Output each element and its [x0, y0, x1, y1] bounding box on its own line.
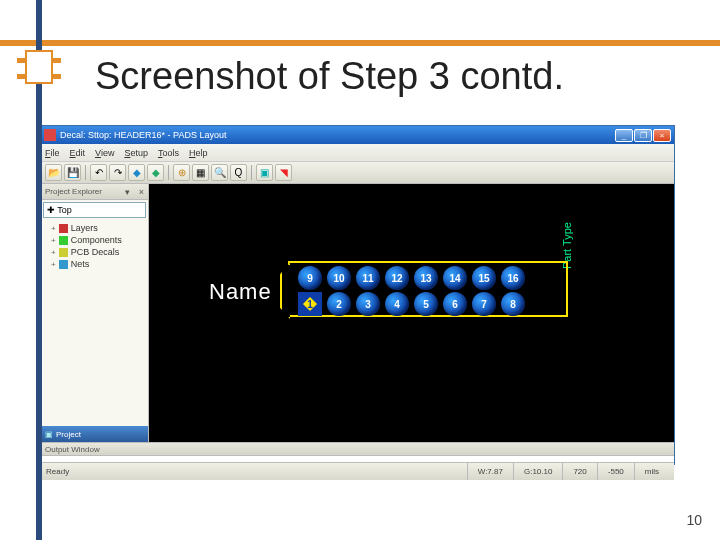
statusbar: Ready W:7.87 G:10.10 720 -550 mils — [41, 462, 674, 480]
pin-10[interactable]: 10 — [327, 266, 351, 290]
menu-help[interactable]: Help — [189, 148, 208, 158]
project-explorer-panel: Project Explorer ▾ × ✚ Top Layers Compon… — [41, 184, 149, 442]
toolbar-grid-icon[interactable]: ▦ — [192, 164, 209, 181]
output-window-header[interactable]: Output Window — [41, 442, 674, 456]
toolbar-search-icon[interactable]: 🔍 — [211, 164, 228, 181]
page-number: 10 — [686, 512, 702, 528]
toolbar-save-icon[interactable]: 💾 — [64, 164, 81, 181]
sidebar-tab-project[interactable]: Project — [41, 426, 148, 442]
status-grid: G:10.10 — [513, 463, 562, 480]
pin-9[interactable]: 9 — [298, 266, 322, 290]
menubar: File Edit View Setup Tools Help — [41, 144, 674, 162]
status-width: W:7.87 — [467, 463, 513, 480]
pin-1[interactable]: 1 — [298, 292, 322, 316]
pin-4[interactable]: 4 — [385, 292, 409, 316]
project-tree[interactable]: Layers Components PCB Decals Nets — [41, 220, 148, 272]
pin-5[interactable]: 5 — [414, 292, 438, 316]
pin-12[interactable]: 12 — [385, 266, 409, 290]
pin-16[interactable]: 16 — [501, 266, 525, 290]
minimize-button[interactable]: _ — [615, 129, 633, 142]
status-ready: Ready — [46, 467, 467, 476]
menu-setup[interactable]: Setup — [124, 148, 148, 158]
panel-close-icon[interactable]: × — [139, 187, 144, 197]
pin-7[interactable]: 7 — [472, 292, 496, 316]
pin-6[interactable]: 6 — [443, 292, 467, 316]
pads-layout-window: Decal: Sttop: HEADER16* - PADS Layout _ … — [40, 125, 675, 465]
pin-13[interactable]: 13 — [414, 266, 438, 290]
window-title: Decal: Sttop: HEADER16* - PADS Layout — [60, 130, 614, 140]
toolbar-btn2-icon[interactable]: ◆ — [147, 164, 164, 181]
toolbar-btn3-icon[interactable]: Q — [230, 164, 247, 181]
pin-3[interactable]: 3 — [356, 292, 380, 316]
pin-2[interactable]: 2 — [327, 292, 351, 316]
tree-item-nets[interactable]: Nets — [45, 258, 144, 270]
panel-options-icon[interactable]: ▾ — [125, 187, 130, 197]
menu-view[interactable]: View — [95, 148, 114, 158]
toolbar-flag-icon[interactable]: ◥ — [275, 164, 292, 181]
status-unit: mils — [634, 463, 669, 480]
pin-11[interactable]: 11 — [356, 266, 380, 290]
slide-title: Screenshot of Step 3 contd. — [95, 55, 564, 98]
tree-item-layers[interactable]: Layers — [45, 222, 144, 234]
tree-item-components[interactable]: Components — [45, 234, 144, 246]
pin-8[interactable]: 8 — [501, 292, 525, 316]
status-x: 720 — [562, 463, 596, 480]
design-canvas[interactable]: Name Part Type 16 15 14 13 12 11 10 9 1 — [149, 184, 674, 442]
pin-15[interactable]: 15 — [472, 266, 496, 290]
menu-file[interactable]: File — [45, 148, 60, 158]
tree-item-decals[interactable]: PCB Decals — [45, 246, 144, 258]
pin-14[interactable]: 14 — [443, 266, 467, 290]
toolbar-undo-icon[interactable]: ↶ — [90, 164, 107, 181]
toolbar-zoom-icon[interactable]: ⊕ — [173, 164, 190, 181]
close-button[interactable]: × — [653, 129, 671, 142]
sidebar-header: Project Explorer ▾ × — [41, 184, 148, 200]
toolbar-redo-icon[interactable]: ↷ — [109, 164, 126, 181]
header16-footprint[interactable]: 16 15 14 13 12 11 10 9 1 2 3 4 5 — [288, 261, 568, 317]
maximize-button[interactable]: ❐ — [634, 129, 652, 142]
name-label: Name — [209, 279, 272, 305]
status-y: -550 — [597, 463, 634, 480]
titlebar[interactable]: Decal: Sttop: HEADER16* - PADS Layout _ … — [41, 126, 674, 144]
menu-tools[interactable]: Tools — [158, 148, 179, 158]
app-icon — [44, 129, 56, 141]
toolbar-open-icon[interactable]: 📂 — [45, 164, 62, 181]
toolbar-btn-icon[interactable]: ◆ — [128, 164, 145, 181]
toolbar: 📂 💾 ↶ ↷ ◆ ◆ ⊕ ▦ 🔍 Q ▣ ◥ — [41, 162, 674, 184]
menu-edit[interactable]: Edit — [70, 148, 86, 158]
toolbar-layer-icon[interactable]: ▣ — [256, 164, 273, 181]
layer-selector[interactable]: ✚ Top — [43, 202, 146, 218]
